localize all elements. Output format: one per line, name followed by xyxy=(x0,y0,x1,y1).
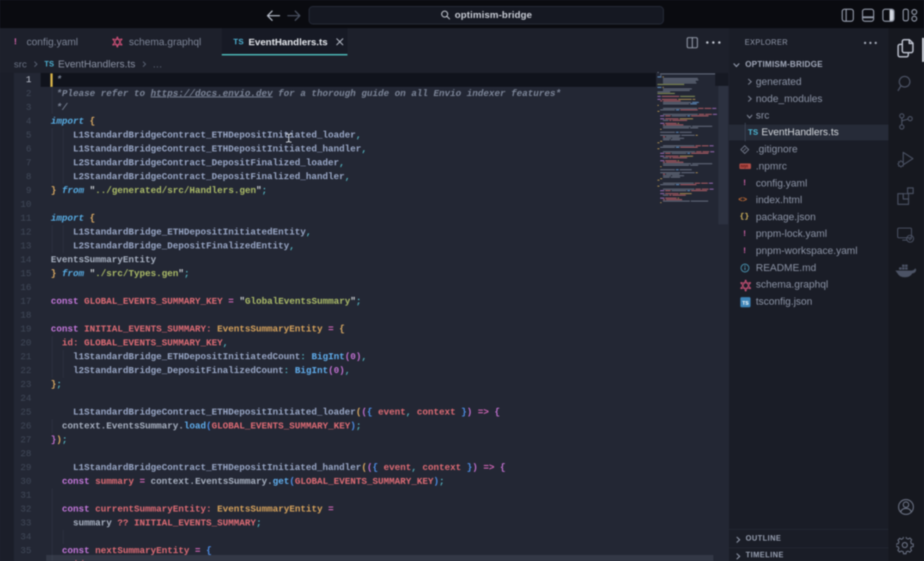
svg-text:TS: TS xyxy=(742,300,748,306)
